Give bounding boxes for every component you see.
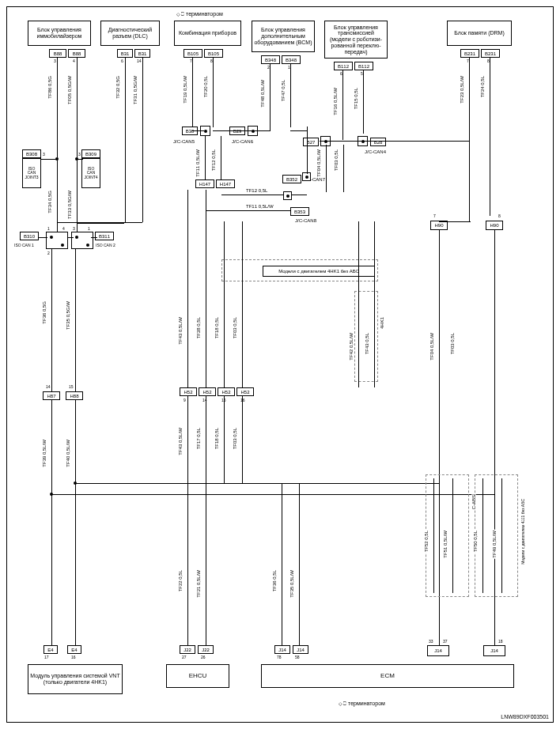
wire-label: TF35 0,5L/W — [289, 569, 294, 599]
wire — [77, 223, 124, 224]
wire — [342, 70, 343, 134]
pin: 3 — [78, 152, 81, 157]
wire — [77, 223, 78, 232]
wire — [270, 64, 271, 127]
pin: 18 — [498, 639, 503, 644]
wire-label: TF36 0,5L — [272, 569, 277, 592]
pin: 78 — [277, 655, 282, 659]
dot — [86, 244, 89, 247]
wire — [251, 130, 271, 131]
pin: 3 — [73, 226, 75, 231]
wire-label: TF43 0,5L — [365, 332, 369, 355]
wire-label: TF23 0,5L/W — [460, 75, 464, 104]
wire — [482, 478, 483, 593]
wire — [77, 159, 83, 160]
conn-J22b: J22 — [198, 645, 214, 654]
pin: 8 — [498, 213, 501, 218]
wire-label: TF47 0,5L — [281, 79, 286, 102]
wire — [342, 134, 343, 140]
pin: 7 — [433, 213, 436, 218]
wire — [142, 58, 143, 222]
conn-B88a: B88 — [49, 49, 66, 58]
vnt-box: Модуль управления системой VNT (только д… — [28, 664, 123, 694]
wire-label: TF18 0,5L — [214, 316, 219, 339]
note-4jj1: Модели с двигателем 4JJ1 без АБС — [520, 498, 525, 565]
conn-B105a: B105 — [184, 49, 202, 58]
wire-label: TF12 0,5L — [245, 188, 268, 193]
wire — [213, 58, 214, 127]
wire — [290, 130, 308, 131]
wire — [192, 130, 204, 131]
wire — [75, 249, 76, 391]
wire — [242, 221, 243, 387]
wire — [494, 597, 495, 646]
wire-label: TF17 0,5L — [196, 427, 201, 450]
wire — [213, 130, 251, 131]
iso-can1-box — [46, 232, 68, 249]
pin: 3 — [54, 59, 56, 63]
conn-H147b: H147 — [216, 179, 235, 188]
conn-E4b: E4 — [67, 645, 81, 654]
wire — [490, 58, 490, 216]
conn-B28: B28 — [370, 138, 386, 146]
wire — [75, 400, 76, 645]
wire — [433, 478, 434, 593]
terminator-bottom: С терминатором — [342, 701, 386, 706]
pin: 14 — [46, 384, 51, 389]
wire — [187, 483, 188, 645]
conn-B353: B353 — [290, 207, 309, 216]
conn-B310: B310 — [20, 232, 39, 240]
wire — [206, 190, 206, 387]
conn-J14c: J14 — [427, 645, 449, 656]
immobilizer-box: Блок управления иммобилайзером — [28, 21, 91, 46]
conn-J14d: J14 — [483, 645, 505, 656]
conn-H90b: H90 — [486, 221, 503, 230]
wire-label: TF39 0,5L/W — [42, 439, 47, 468]
diagnostic-box: Диагностический разъем (DLC) — [100, 21, 160, 46]
wire-label: TF36 0,5G — [42, 300, 47, 325]
wire — [452, 478, 453, 593]
wire-label: TF43 0,5L/W — [178, 427, 183, 456]
conn-H52d: H52 — [236, 387, 254, 396]
wire — [57, 145, 58, 232]
wire-label: TF18 0,5L — [214, 427, 219, 450]
wire-label: TF42 0,5L/W — [349, 332, 354, 361]
wire-label: TF48 0,5L/W — [260, 79, 265, 108]
wire-label: TF51 0,5L/W — [443, 530, 448, 559]
conn-B112b: B112 — [354, 62, 373, 70]
conn-B31a: B31 — [117, 49, 133, 58]
wire — [221, 136, 221, 179]
conn-H52a: H52 — [180, 387, 197, 396]
wire — [38, 237, 47, 238]
jc-can4-label: J/C-CAN4 — [364, 149, 387, 154]
jc-can8-label: J/C-CAN8 — [294, 218, 317, 223]
conn-H147a: H147 — [195, 179, 214, 188]
wire-label: 4HK1 — [380, 316, 384, 330]
wire-label: TF40 0,5L/W — [66, 439, 70, 468]
wire — [51, 400, 52, 645]
wire-label: TF15 0,5L — [354, 87, 358, 110]
iso-can2-box — [71, 232, 93, 249]
pin: 33 — [429, 639, 433, 644]
diagram-frame — [6, 6, 554, 723]
wire — [67, 237, 74, 238]
pin: 4 — [73, 59, 75, 63]
wire — [187, 396, 188, 483]
wire-label: TF11 0,5L/W — [245, 204, 274, 209]
wire-label: TF03 0,5L — [233, 316, 237, 339]
pin: 16 — [71, 655, 76, 659]
pin: 15 — [69, 384, 74, 389]
conn-J22a: J22 — [180, 645, 195, 654]
wire — [343, 145, 344, 192]
wire-label: TF04 0,5L/W — [316, 149, 321, 178]
wire-label: TF50 0,5L — [473, 530, 478, 553]
wire — [363, 141, 470, 142]
wire-label: TF12 0,5L — [211, 149, 216, 172]
wire-label: TF34 0,5G — [47, 190, 52, 214]
wire — [224, 221, 225, 387]
pin: 17 — [44, 655, 49, 659]
wire-label: TF31 0,5G/W — [133, 75, 138, 105]
jc-can5-label: J/C-CAN5 — [172, 139, 195, 144]
wire-label: TF21 0,5L/W — [196, 569, 201, 599]
wire — [75, 483, 439, 484]
